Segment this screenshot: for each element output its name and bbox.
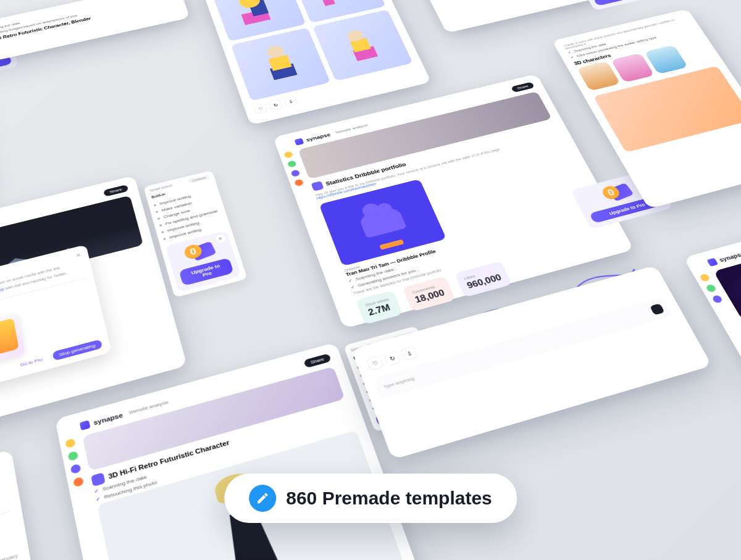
image-grid-card: ♡ ↻ ⇩ xyxy=(201,0,432,125)
close-icon[interactable]: ✕ xyxy=(214,234,226,244)
share-button[interactable]: Share xyxy=(303,353,332,368)
image-gen-header: Scanning the data Generating images base… xyxy=(0,0,190,67)
social-modal: Social media post ✕ Create promotional c… xyxy=(0,244,112,404)
generated-image[interactable] xyxy=(231,28,330,101)
logo-icon xyxy=(706,258,718,267)
stats-icon xyxy=(311,181,324,191)
share-button[interactable]: Share xyxy=(511,81,535,93)
action-icon[interactable]: ⇩ xyxy=(283,96,298,107)
pricing-card: synapse Unlock the power of AI Here's th… xyxy=(684,196,741,445)
pencil-icon xyxy=(249,485,276,512)
generated-image[interactable] xyxy=(312,10,413,81)
action-icon[interactable]: ↻ xyxy=(383,351,401,366)
stat-shot-views: Shot views 2.7M xyxy=(356,290,403,325)
action-icon[interactable]: ♡ xyxy=(253,103,268,115)
photo-icon xyxy=(91,472,106,487)
action-icon[interactable]: ♡ xyxy=(366,356,384,371)
hero-banner: Unlock the power of AI xyxy=(713,215,741,320)
action-icon[interactable]: ↻ xyxy=(268,99,283,111)
stat-comments: Comments 18,000 xyxy=(402,276,455,312)
upgrade-button[interactable]: Upgrade to Pro xyxy=(593,0,659,6)
edu-card: Download ⇩ Writing Skills 80% Grammar an… xyxy=(0,449,51,560)
go-pro[interactable]: Go to Pro xyxy=(13,353,50,372)
templates-badge: 860 Premade templates xyxy=(224,474,517,523)
close-icon[interactable]: ✕ xyxy=(75,252,82,262)
logo-icon xyxy=(80,420,91,430)
smart-actions-panel: Smart action Custom Built-in Improve wri… xyxy=(143,170,247,298)
share-button[interactable]: Share xyxy=(103,185,129,197)
template-count: 860 xyxy=(286,488,317,508)
stop-button[interactable]: Stop generating xyxy=(52,339,103,361)
action-icon[interactable]: ⇩ xyxy=(400,346,418,361)
tts-card: Text to speech voice Synapse is an AI ch… xyxy=(396,0,613,33)
upgrade-button[interactable]: Upgrade to Pro xyxy=(0,56,12,80)
logo-icon xyxy=(294,138,304,145)
promo-box: ✕ 0 Upgrade to Pro xyxy=(577,0,666,10)
